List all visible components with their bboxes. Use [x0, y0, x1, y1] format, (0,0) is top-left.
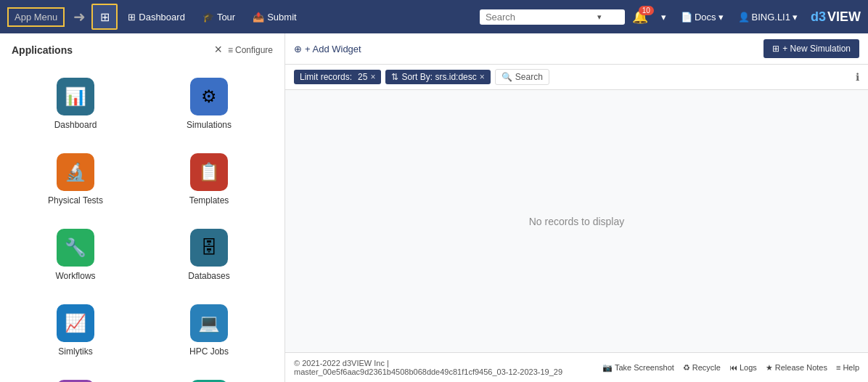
- physical-tests-label: Physical Tests: [48, 195, 103, 206]
- app-item-templates[interactable]: 📋 Templates: [145, 145, 273, 214]
- search-container: ▾: [480, 9, 625, 25]
- app-panel: Applications × ≡ Configure 📊 Dashboard ⚙…: [0, 33, 285, 382]
- app-item-simulations[interactable]: ⚙ Simulations: [145, 69, 273, 139]
- recycle-label: Recycle: [692, 363, 721, 372]
- hpc-jobs-icon: 💻: [190, 304, 228, 342]
- app-item-dashboard[interactable]: 📊 Dashboard: [12, 69, 139, 139]
- templates-label: Templates: [189, 195, 229, 206]
- navbar: App Menu ➜ ⊞ ⊞ Dashboard 🎓 Tour 📤 Submit…: [0, 0, 868, 33]
- new-simulation-label: + New Simulation: [782, 44, 851, 54]
- tour-nav-label: Tour: [217, 12, 235, 23]
- search-input[interactable]: [486, 12, 594, 23]
- user-dropdown-icon: ▾: [793, 12, 798, 23]
- brand-logo: d3VIEW: [806, 9, 861, 25]
- dashboard-nav-label: Dashboard: [139, 12, 185, 23]
- tour-nav[interactable]: 🎓 Tour: [195, 7, 242, 27]
- docs-icon: 📄: [681, 12, 692, 23]
- release-notes-button[interactable]: ★ Release Notes: [766, 363, 827, 373]
- info-icon: ℹ: [856, 71, 859, 83]
- configure-button[interactable]: ≡ Configure: [228, 45, 273, 55]
- brand-view: VIEW: [827, 9, 861, 25]
- release-notes-label: Release Notes: [775, 363, 827, 372]
- docs-dropdown-icon: ▾: [718, 12, 724, 23]
- physical-tests-icon: 🔬: [57, 153, 94, 191]
- apps-grid: 📊 Dashboard ⚙ Simulations 🔬 Physical Tes…: [0, 63, 284, 382]
- simlytiks-label: Simlytiks: [58, 346, 92, 357]
- arrow-icon: ➜: [73, 8, 86, 25]
- help-label: Help: [843, 363, 859, 372]
- footer-copyright: © 2021-2022 d3VIEW Inc | master_00e5f6aa…: [294, 359, 594, 376]
- dashboard-icon: ⊞: [128, 12, 136, 23]
- sort-chip[interactable]: ⇅ Sort By: srs.id:desc ×: [385, 70, 490, 84]
- app-menu-button[interactable]: ⊞: [91, 4, 118, 30]
- add-widget-icon: ⊕: [294, 44, 302, 54]
- new-simulation-button[interactable]: ⊞ + New Simulation: [763, 39, 859, 58]
- app-item-hpc-jobs[interactable]: 💻 HPC Jobs: [145, 296, 273, 365]
- screenshot-label: Take Screenshot: [615, 363, 674, 372]
- submit-nav-label: Submit: [267, 12, 296, 23]
- user-button[interactable]: 👤 BING.LI1 ▾: [732, 9, 803, 25]
- limit-chip[interactable]: Limit records: 25 ×: [294, 70, 381, 84]
- submit-nav[interactable]: 📤 Submit: [245, 7, 303, 27]
- content-area: ⊕ + Add Widget ⊞ + New Simulation Limit …: [285, 33, 868, 382]
- help-button[interactable]: ≡ Help: [836, 363, 859, 372]
- recycle-icon: ♻: [683, 363, 690, 373]
- app-panel-header: Applications × ≡ Configure: [0, 33, 284, 63]
- filter-search[interactable]: 🔍 Search: [495, 69, 549, 85]
- submit-icon: 📤: [253, 12, 264, 23]
- add-widget-label: + Add Widget: [305, 44, 361, 54]
- workflows-label: Workflows: [55, 271, 95, 281]
- close-icon: ×: [214, 42, 222, 57]
- app-menu-label: App Menu: [7, 7, 65, 27]
- logs-icon: ⏮: [729, 363, 737, 372]
- app-item-simlytiks[interactable]: 📈 Simlytiks: [12, 296, 139, 365]
- databases-label: Databases: [188, 271, 229, 281]
- recycle-button[interactable]: ♻ Recycle: [683, 363, 721, 373]
- user-icon: 👤: [738, 12, 750, 23]
- workflows-icon: 🔧: [57, 229, 94, 267]
- app-item-databases[interactable]: 🗄 Databases: [145, 220, 273, 290]
- dashboard-nav[interactable]: ⊞ Dashboard: [120, 7, 192, 27]
- user-label: BING.LI1: [752, 12, 790, 23]
- filter-search-label: Search: [515, 72, 543, 82]
- configure-icon: ≡: [228, 45, 233, 55]
- limit-chip-value: 25: [358, 72, 367, 82]
- search-dropdown-button[interactable]: ▾: [597, 12, 602, 22]
- take-screenshot-button[interactable]: 📷 Take Screenshot: [602, 363, 674, 373]
- notification-bell-button[interactable]: 🔔 10: [632, 9, 648, 25]
- filter-bar: Limit records: 25 × ⇅ Sort By: srs.id:de…: [285, 65, 868, 90]
- notification-badge: 10: [639, 6, 654, 15]
- main-layout: Applications × ≡ Configure 📊 Dashboard ⚙…: [0, 33, 868, 382]
- logs-button[interactable]: ⏮ Logs: [729, 363, 757, 372]
- databases-icon: 🗄: [190, 229, 228, 267]
- filter-search-icon: 🔍: [501, 72, 512, 82]
- new-sim-icon: ⊞: [772, 44, 779, 54]
- help-icon: ≡: [836, 363, 840, 372]
- dashboard-icon: 📊: [57, 78, 94, 115]
- footer: © 2021-2022 d3VIEW Inc | master_00e5f6aa…: [285, 352, 868, 382]
- notification-expand-button[interactable]: ▾: [655, 9, 672, 25]
- grid-icon: ⊞: [100, 10, 110, 24]
- data-area: No records to display: [285, 90, 868, 352]
- docs-button[interactable]: 📄 Docs ▾: [675, 9, 729, 25]
- sort-chip-label: Sort By: srs.id:desc: [401, 72, 476, 82]
- content-toolbar: ⊕ + Add Widget ⊞ + New Simulation: [285, 33, 868, 65]
- simulations-icon: ⚙: [190, 78, 228, 115]
- logs-label: Logs: [740, 363, 757, 372]
- tour-icon: 🎓: [202, 12, 214, 23]
- sort-icon: ⇅: [391, 72, 398, 82]
- limit-chip-close[interactable]: ×: [370, 72, 375, 82]
- docs-label: Docs: [695, 12, 716, 23]
- sort-chip-close[interactable]: ×: [480, 72, 485, 82]
- app-item-projects[interactable]: 📁 Projects: [12, 371, 139, 382]
- simlytiks-icon: 📈: [57, 304, 94, 342]
- simulations-label: Simulations: [187, 120, 232, 130]
- dashboard-label: Dashboard: [54, 120, 97, 130]
- info-button[interactable]: ℹ: [856, 71, 859, 83]
- app-item-physical-tests[interactable]: 🔬 Physical Tests: [12, 145, 139, 214]
- add-widget-button[interactable]: ⊕ + Add Widget: [294, 44, 361, 54]
- app-item-studies[interactable]: 📚 Studies: [145, 371, 273, 382]
- app-panel-title: Applications: [12, 44, 73, 56]
- app-item-workflows[interactable]: 🔧 Workflows: [12, 220, 139, 290]
- close-panel-button[interactable]: ×: [214, 42, 222, 57]
